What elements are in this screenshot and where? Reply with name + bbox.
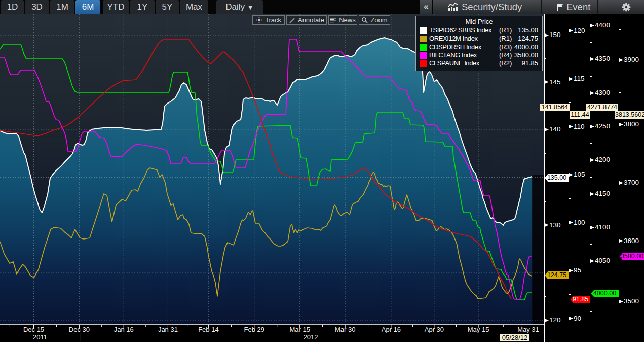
svg-text:Dec 15: Dec 15 bbox=[23, 326, 44, 333]
svg-text:2011: 2011 bbox=[33, 333, 47, 341]
svg-text:Apr 16: Apr 16 bbox=[382, 326, 401, 333]
svg-text:May 15: May 15 bbox=[468, 326, 489, 333]
svg-text:Mar 15: Mar 15 bbox=[289, 326, 310, 333]
svg-text:May 31: May 31 bbox=[517, 326, 539, 333]
svg-text:Dec 30: Dec 30 bbox=[69, 326, 90, 333]
svg-text:Feb 29: Feb 29 bbox=[244, 326, 264, 333]
svg-text:05/28/12: 05/28/12 bbox=[502, 334, 528, 341]
svg-text:Jan 31: Jan 31 bbox=[158, 326, 178, 333]
svg-text:Feb 14: Feb 14 bbox=[198, 326, 218, 333]
svg-text:Apr 30: Apr 30 bbox=[425, 326, 444, 333]
svg-text:Mar 30: Mar 30 bbox=[335, 326, 355, 333]
svg-text:Jan 16: Jan 16 bbox=[114, 326, 134, 333]
svg-text:2012: 2012 bbox=[304, 333, 318, 341]
